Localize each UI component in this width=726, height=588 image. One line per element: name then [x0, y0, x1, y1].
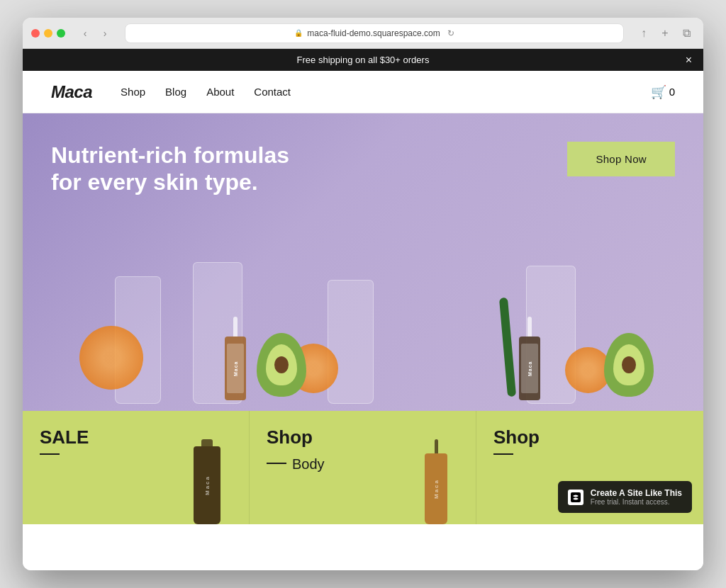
- address-bar[interactable]: 🔒 maca-fluid-demo.squarespace.com ↻: [125, 23, 624, 43]
- shop-dash: [267, 463, 286, 464]
- nav-link-about[interactable]: About: [206, 86, 234, 98]
- close-button[interactable]: [31, 29, 40, 38]
- browser-chrome: ‹ › 🔒 maca-fluid-demo.squarespace.com ↻ …: [23, 18, 703, 49]
- squarespace-logo: [568, 490, 583, 505]
- avocado-2: [604, 333, 654, 397]
- sale-product: Maca: [194, 439, 220, 524]
- squarespace-text: Create A Site Like This Free trial. Inst…: [591, 488, 682, 506]
- glass-3: [328, 280, 374, 404]
- reload-icon[interactable]: ↻: [447, 28, 454, 38]
- cart-count: 0: [669, 86, 675, 98]
- sale-section[interactable]: SALE Maca: [23, 411, 250, 524]
- avocado-1: [257, 333, 306, 397]
- rosemary-sprig: [499, 298, 516, 397]
- hero-section: Maca Maca Nutrient-rich formulas for eve…: [23, 113, 703, 411]
- nav-link-contact[interactable]: Contact: [254, 86, 291, 98]
- nav-link-blog[interactable]: Blog: [165, 86, 186, 98]
- bottom-sections: SALE Maca Shop Body: [23, 411, 703, 524]
- shop-body-section[interactable]: Shop Body Maca: [250, 411, 476, 524]
- hero-text: Nutrient-rich formulas for every skin ty…: [51, 142, 320, 196]
- bottle-2: Maca: [519, 317, 540, 400]
- lock-icon: 🔒: [294, 29, 303, 37]
- traffic-lights: [31, 29, 65, 38]
- sale-dash: [40, 453, 60, 455]
- shop2-dash: [493, 453, 513, 455]
- back-button[interactable]: ‹: [77, 25, 94, 42]
- cart-icon: 🛒: [651, 84, 666, 100]
- url-text: maca-fluid-demo.squarespace.com: [307, 28, 440, 38]
- forward-button[interactable]: ›: [96, 25, 113, 42]
- ss-subtitle: Free trial. Instant access.: [591, 498, 682, 506]
- ss-title: Create A Site Like This: [591, 488, 682, 498]
- new-tab-button[interactable]: +: [657, 25, 674, 42]
- squarespace-badge[interactable]: Create A Site Like This Free trial. Inst…: [558, 481, 692, 513]
- website-content: Free shipping on all $30+ orders × Maca …: [23, 49, 703, 570]
- svg-rect-0: [571, 492, 581, 502]
- shop-sublabel: Body: [292, 456, 325, 473]
- announcement-text: Free shipping on all $30+ orders: [297, 55, 430, 65]
- shop-now-button[interactable]: Shop Now: [567, 142, 675, 176]
- announcement-close-button[interactable]: ×: [686, 55, 692, 66]
- browser-window: ‹ › 🔒 maca-fluid-demo.squarespace.com ↻ …: [23, 18, 703, 570]
- browser-actions: ↑ + ⧉: [635, 25, 695, 42]
- maximize-button[interactable]: [57, 29, 65, 38]
- hero-heading: Nutrient-rich formulas for every skin ty…: [51, 142, 320, 196]
- nav-link-shop[interactable]: Shop: [121, 86, 145, 98]
- browser-nav-controls: ‹ ›: [77, 25, 113, 42]
- window-button[interactable]: ⧉: [678, 25, 695, 42]
- minimize-button[interactable]: [44, 29, 52, 38]
- shop2-label: Shop: [493, 428, 686, 446]
- site-logo[interactable]: Maca: [51, 82, 92, 102]
- orange-slice-1: [79, 326, 143, 390]
- cart-button[interactable]: 🛒 0: [651, 84, 675, 100]
- shop-section[interactable]: Shop Create A Site Like This Free trial.…: [476, 411, 703, 524]
- nav-links: Shop Blog About Contact: [121, 86, 291, 98]
- share-button[interactable]: ↑: [635, 25, 652, 42]
- shop-body-product: Maca: [425, 439, 447, 524]
- bottle-1: Maca: [225, 317, 246, 400]
- hero-cta: Shop Now: [567, 142, 675, 176]
- navbar: Maca Shop Blog About Contact 🛒 0: [23, 71, 703, 113]
- announcement-bar: Free shipping on all $30+ orders ×: [23, 49, 703, 71]
